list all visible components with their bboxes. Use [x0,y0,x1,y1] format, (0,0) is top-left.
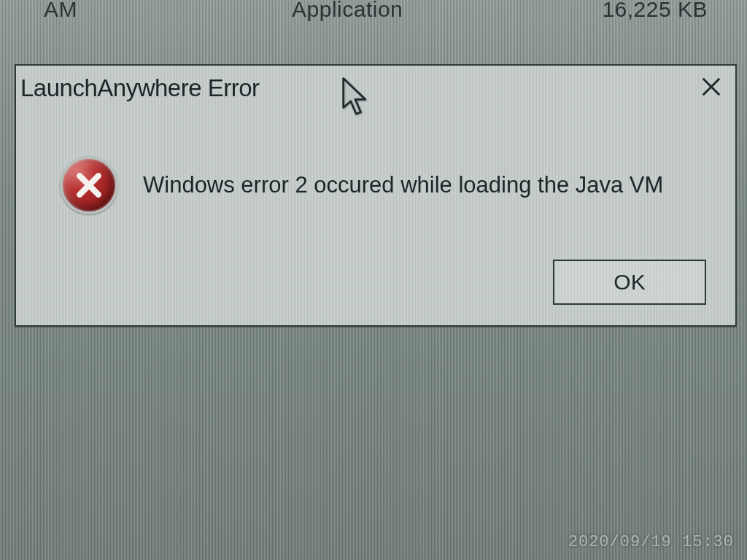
ok-button[interactable]: OK [553,260,706,305]
camera-timestamp: 2020/09/19 15:30 [568,533,734,551]
close-icon [700,76,722,101]
file-date-cell: AM [44,0,292,22]
dialog-message: Windows error 2 occured while loading th… [143,171,663,198]
dialog-titlebar: LaunchAnywhere Error [16,66,735,111]
ok-button-label: OK [614,270,645,295]
error-x-icon [60,156,118,214]
dialog-content: Windows error 2 occured while loading th… [16,111,735,260]
close-button[interactable] [694,71,728,105]
file-type-cell: Application [292,0,511,22]
explorer-row: AM Application 16,225 KB [0,0,747,35]
error-dialog: LaunchAnywhere Error Windows error 2 occ… [15,64,737,327]
dialog-title: LaunchAnywhere Error [20,74,260,102]
file-size-cell: 16,225 KB [511,0,708,22]
dialog-button-row: OK [16,260,735,325]
